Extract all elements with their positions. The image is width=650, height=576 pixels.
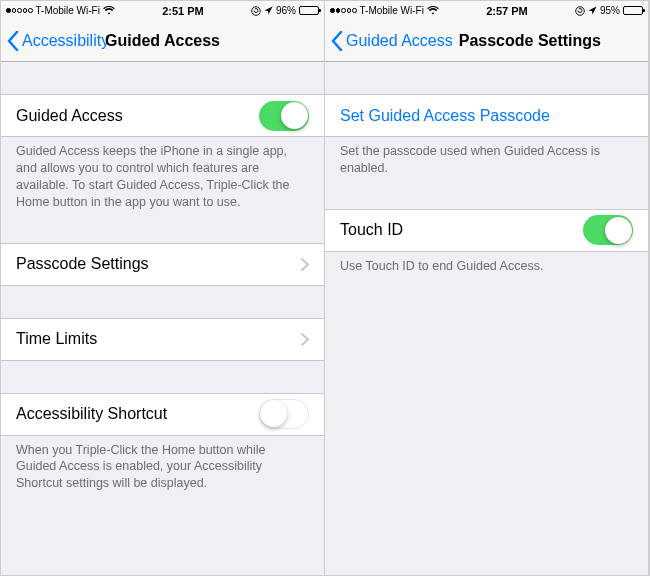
svg-point-0 (252, 6, 261, 15)
row-label: Accessibility Shortcut (16, 405, 259, 423)
clock: 2:51 PM (162, 5, 204, 17)
battery-pct: 95% (600, 5, 620, 16)
row-touch-id-toggle[interactable]: Touch ID (325, 209, 648, 252)
battery-pct: 96% (276, 5, 296, 16)
footer-text: Guided Access keeps the iPhone in a sing… (1, 137, 324, 219)
rotation-lock-icon (575, 6, 585, 16)
svg-point-1 (576, 6, 585, 15)
toggle-switch[interactable] (259, 101, 309, 131)
chevron-left-icon (7, 31, 19, 51)
back-button[interactable]: Guided Access (331, 31, 453, 51)
screen-guided-access: T-Mobile Wi-Fi 2:51 PM 96% Accessibility… (1, 1, 325, 575)
settings-list: Guided Access Guided Access keeps the iP… (1, 62, 324, 575)
carrier-label: T-Mobile Wi-Fi (360, 5, 424, 16)
toggle-switch[interactable] (583, 215, 633, 245)
row-guided-access-toggle[interactable]: Guided Access (1, 94, 324, 137)
row-label: Time Limits (16, 330, 301, 348)
signal-dots-icon (6, 8, 33, 13)
clock: 2:57 PM (486, 5, 528, 17)
status-bar: T-Mobile Wi-Fi 2:57 PM 95% (325, 1, 648, 20)
rotation-lock-icon (251, 6, 261, 16)
back-label: Accessibility (22, 32, 109, 50)
status-bar: T-Mobile Wi-Fi 2:51 PM 96% (1, 1, 324, 20)
footer-text: Set the passcode used when Guided Access… (325, 137, 648, 185)
location-icon (588, 6, 597, 15)
row-time-limits[interactable]: Time Limits (1, 318, 324, 361)
row-label: Set Guided Access Passcode (340, 107, 633, 125)
wifi-icon (103, 6, 115, 15)
row-label: Touch ID (340, 221, 583, 239)
battery-icon (623, 6, 643, 15)
nav-bar: Accessibility Guided Access (1, 20, 324, 62)
chevron-right-icon (301, 258, 309, 271)
carrier-label: T-Mobile Wi-Fi (36, 5, 100, 16)
row-set-passcode[interactable]: Set Guided Access Passcode (325, 94, 648, 137)
chevron-right-icon (301, 333, 309, 346)
back-button[interactable]: Accessibility (7, 31, 109, 51)
page-title: Passcode Settings (459, 32, 642, 50)
wifi-icon (427, 6, 439, 15)
row-label: Guided Access (16, 107, 259, 125)
back-label: Guided Access (346, 32, 453, 50)
nav-bar: Guided Access Passcode Settings (325, 20, 648, 62)
location-icon (264, 6, 273, 15)
footer-text: When you Triple-Click the Home button wh… (1, 436, 324, 501)
row-label: Passcode Settings (16, 255, 301, 273)
row-passcode-settings[interactable]: Passcode Settings (1, 243, 324, 286)
toggle-switch[interactable] (259, 399, 309, 429)
chevron-left-icon (331, 31, 343, 51)
battery-icon (299, 6, 319, 15)
row-accessibility-shortcut-toggle[interactable]: Accessibility Shortcut (1, 393, 324, 436)
screen-passcode-settings: T-Mobile Wi-Fi 2:57 PM 95% Guided Access… (325, 1, 649, 575)
settings-list: Set Guided Access Passcode Set the passc… (325, 62, 648, 575)
footer-text: Use Touch ID to end Guided Access. (325, 252, 648, 283)
signal-dots-icon (330, 8, 357, 13)
